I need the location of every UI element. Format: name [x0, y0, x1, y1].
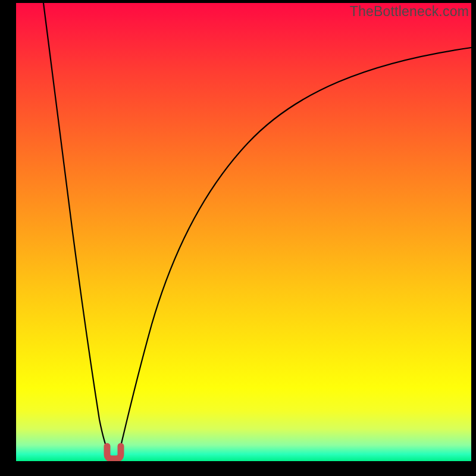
plot-area [16, 3, 471, 461]
chart-frame: TheBottleneck.com [0, 0, 476, 476]
watermark-text: TheBottleneck.com [350, 4, 469, 20]
min-marker-icon [107, 446, 121, 459]
curve-left [43, 3, 109, 453]
curve-right [119, 48, 471, 453]
chart-svg [16, 3, 471, 461]
